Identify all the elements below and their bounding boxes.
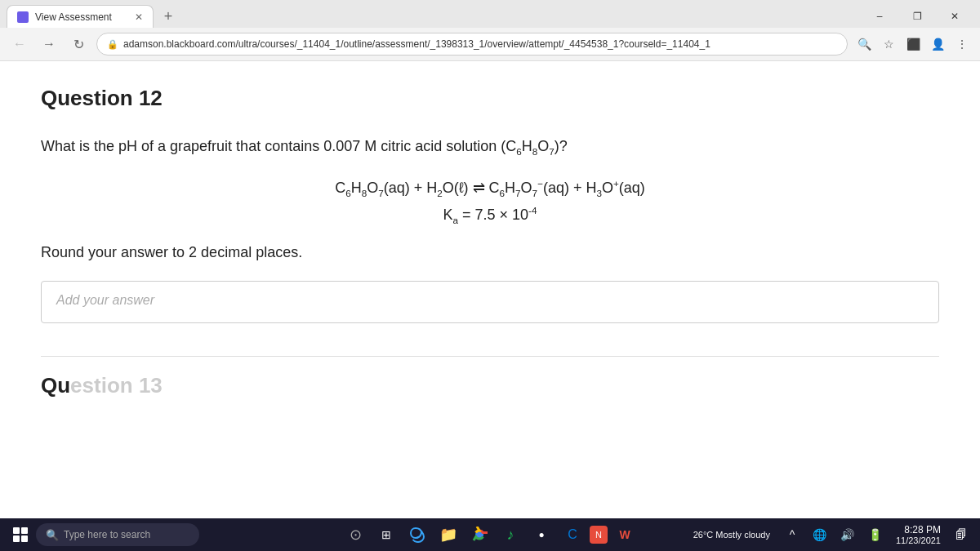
taskbar-app2[interactable]: C — [559, 521, 586, 549]
search-placeholder: Type here to search — [64, 529, 150, 540]
browser-menu-icon[interactable]: ⋮ — [952, 34, 972, 54]
network-icon[interactable]: 🌐 — [808, 522, 832, 547]
question-body: What is the pH of a grapefruit that cont… — [41, 136, 939, 158]
weather-info: 26°C Mostly cloudy — [693, 530, 770, 540]
taskbar-app1[interactable]: ● — [528, 521, 555, 549]
browser-search-icon[interactable]: 🔍 — [854, 34, 874, 54]
tab-favicon — [17, 11, 29, 23]
tab-close-button[interactable]: ✕ — [135, 11, 143, 23]
taskbar: 🔍 Type here to search ⊙ ⊞ 📁 ♪ ● C N W 26… — [0, 518, 980, 551]
taskbar-app4[interactable]: W — [611, 521, 639, 549]
question-title: Question 12 — [41, 86, 939, 111]
svg-rect-0 — [19, 13, 27, 21]
system-tray: 26°C Mostly cloudy — [687, 530, 777, 540]
taskbar-edge[interactable] — [403, 521, 431, 549]
tray-chevron[interactable]: ^ — [780, 522, 804, 547]
battery-icon[interactable]: 🔋 — [863, 522, 888, 547]
taskbar-left: 🔍 Type here to search — [7, 521, 199, 549]
answer-input[interactable]: Add your answer — [41, 281, 939, 323]
taskbar-cortana[interactable]: ⊙ — [341, 521, 369, 549]
notifications-icon[interactable]: 🗐 — [949, 522, 973, 547]
equation-line: C6H8O7(aq) + H2O(ℓ) ⇌ C6H7O7−(aq) + H3O+… — [41, 178, 939, 198]
windows-logo — [13, 527, 28, 542]
next-question-title: Question 13 — [41, 373, 939, 398]
taskbar-spotify[interactable]: ♪ — [497, 521, 524, 549]
clock-time: 8:28 PM — [904, 524, 941, 535]
new-tab-button[interactable]: + — [157, 5, 180, 28]
forward-button[interactable]: → — [38, 33, 60, 56]
browser-bookmark-icon[interactable]: ☆ — [879, 34, 898, 54]
tab-title: View Assessment — [35, 11, 112, 23]
browser-actions: 🔍 ☆ ⬛ 👤 ⋮ — [854, 34, 972, 54]
refresh-button[interactable]: ↻ — [67, 33, 90, 56]
taskbar-center: ⊙ ⊞ 📁 ♪ ● C N W — [341, 521, 639, 549]
address-bar[interactable]: 🔒 adamson.blackboard.com/ultra/courses/_… — [96, 33, 848, 56]
browser-profile-icon[interactable]: 👤 — [928, 34, 947, 54]
close-button[interactable]: ✕ — [936, 3, 973, 29]
url-text: adamson.blackboard.com/ultra/courses/_11… — [123, 38, 837, 50]
browser-ext-icon[interactable]: ⬛ — [903, 34, 923, 54]
taskbar-file-explorer[interactable]: 📁 — [434, 521, 462, 549]
taskbar-taskview[interactable]: ⊞ — [372, 521, 400, 549]
ka-line: Ka = 7.5 × 10-4 — [41, 205, 939, 225]
section-divider — [41, 356, 939, 357]
browser-toolbar: ← → ↻ 🔒 adamson.blackboard.com/ultra/cou… — [0, 28, 980, 60]
round-note: Round your answer to 2 decimal places. — [41, 244, 939, 261]
back-button[interactable]: ← — [8, 33, 31, 56]
taskbar-right: 26°C Mostly cloudy ^ 🌐 🔊 🔋 8:28 PM 11/23… — [687, 522, 973, 547]
browser-chrome: View Assessment ✕ + – ❐ ✕ ← → ↻ 🔒 adamso… — [0, 0, 980, 61]
restore-button[interactable]: ❐ — [898, 3, 936, 29]
answer-placeholder: Add your answer — [56, 293, 154, 307]
next-question-label: Qu — [41, 373, 70, 398]
start-button[interactable] — [7, 521, 34, 549]
tab-bar: View Assessment ✕ + – ❐ ✕ — [0, 0, 980, 28]
taskbar-search[interactable]: 🔍 Type here to search — [36, 523, 199, 546]
taskbar-app3[interactable]: N — [590, 526, 608, 544]
volume-icon[interactable]: 🔊 — [835, 522, 860, 547]
page-content: Question 12 What is the pH of a grapefru… — [0, 61, 980, 518]
active-tab[interactable]: View Assessment ✕ — [7, 5, 154, 28]
search-icon: 🔍 — [46, 529, 59, 541]
minimize-button[interactable]: – — [861, 3, 898, 29]
taskbar-chrome[interactable] — [466, 521, 493, 549]
clock-date: 11/23/2021 — [896, 535, 941, 545]
lock-icon: 🔒 — [107, 39, 118, 50]
clock[interactable]: 8:28 PM 11/23/2021 — [891, 524, 946, 545]
